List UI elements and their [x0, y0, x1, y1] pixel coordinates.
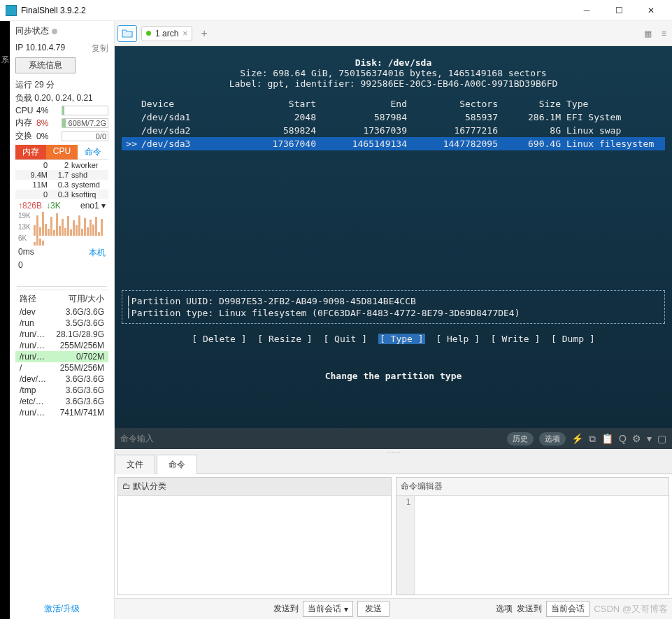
app-title: FinalShell 3.9.2.2: [21, 6, 577, 15]
disk-row[interactable]: /etc/…3.6G/3.6G: [15, 396, 108, 407]
send-to-label2: 发送到: [517, 603, 542, 615]
ping-latency: 0: [15, 260, 108, 270]
partition-info-box: │Partition UUID: D9987E53-2FB2-AB49-9098…: [122, 290, 665, 324]
swap-row: 交换 0% 0/0: [15, 130, 108, 142]
close-tab-icon[interactable]: ×: [183, 29, 187, 38]
col-path: 路径: [20, 293, 36, 305]
col-sectors: Sectors: [407, 99, 498, 109]
ping-value: 0ms: [18, 247, 34, 259]
spark-l2: 6K: [18, 234, 27, 242]
tab-file[interactable]: 文件: [115, 455, 155, 474]
editor-title: 命令编辑器: [396, 478, 669, 496]
partition-row[interactable]: /dev/sda12048587984585937286.1MEFI Syste…: [122, 111, 665, 124]
menu-dump[interactable]: [ Dump ]: [551, 334, 595, 344]
process-row[interactable]: 9.4M1.7sshd: [15, 170, 108, 180]
gear-icon[interactable]: ⚙: [632, 433, 641, 444]
tab-cpu[interactable]: CPU: [46, 145, 77, 159]
sync-dot-icon: [52, 29, 57, 34]
partition-type: │Partition type: Linux filesystem (0FC63…: [122, 307, 665, 319]
close-button[interactable]: ✕: [641, 3, 661, 17]
process-row[interactable]: 02kworker: [15, 160, 108, 170]
cpu-label: CPU: [15, 106, 34, 115]
options-label[interactable]: 选项: [496, 603, 513, 615]
disk-table: /dev3.6G/3.6G/run3.5G/3.6G/run/…28.1G/28…: [15, 306, 108, 418]
tab-mem[interactable]: 内存: [15, 145, 46, 159]
cfdisk-hint: Change the partition type: [122, 371, 665, 381]
mem-text: 608M/7.2G: [69, 119, 106, 127]
cpu-bar: [62, 106, 108, 115]
sync-label: 同步状态: [15, 25, 49, 37]
menu-help[interactable]: [ Help ]: [436, 334, 480, 344]
activate-link[interactable]: 激活/升级: [10, 599, 114, 619]
session-select-2[interactable]: 当前会话: [546, 601, 589, 617]
system-info-button[interactable]: 系统信息: [15, 57, 76, 73]
command-bar: 命令输入 历史 选项 ⚡ ⧉ 📋 Q ⚙ ▾ ▢: [115, 428, 672, 449]
minimize-button[interactable]: ─: [577, 3, 596, 17]
disk-row[interactable]: /run/…741M/741M: [15, 407, 108, 418]
maximize-button[interactable]: ☐: [609, 3, 629, 17]
net-up: ↑826B: [18, 201, 42, 211]
bottom-tabs: 文件 命令: [115, 455, 672, 474]
disk-row[interactable]: /tmp3.6G/3.6G: [15, 385, 108, 396]
copy-ip-link[interactable]: 复制: [92, 43, 108, 55]
fullscreen-icon[interactable]: ▢: [657, 433, 666, 444]
session-tab[interactable]: 1 arch ×: [141, 26, 192, 41]
spark-l0: 19K: [18, 212, 31, 220]
tab-cmd[interactable]: 命令: [78, 145, 108, 159]
process-row[interactable]: 11M0.3systemd: [15, 180, 108, 190]
grid-view-icon[interactable]: ▦: [641, 29, 655, 38]
net-down: ↓3K: [46, 201, 61, 211]
editor-area[interactable]: [415, 496, 669, 595]
swap-text: 0/0: [96, 132, 106, 141]
ping-host[interactable]: 本机: [89, 247, 106, 259]
disk-row[interactable]: /run3.5G/3.6G: [15, 318, 108, 329]
add-tab-button[interactable]: +: [196, 27, 211, 40]
menu-write[interactable]: [ Write ]: [491, 334, 540, 344]
partition-row[interactable]: >>/dev/sda317367040146514913414477820956…: [122, 137, 665, 150]
menu-type[interactable]: [ Type ]: [378, 334, 425, 344]
menu-quit[interactable]: [ Quit ]: [323, 334, 367, 344]
net-iface[interactable]: eno1 ▾: [65, 201, 106, 211]
terminal[interactable]: Disk: /dev/sda Size: 698.64 GiB, 7501563…: [115, 46, 672, 428]
disk-row[interactable]: /run/…0/702M: [15, 351, 108, 362]
menu-delete[interactable]: [ Delete ]: [192, 334, 246, 344]
category-pane: 🗀 默认分类: [117, 477, 392, 595]
list-view-icon[interactable]: ≡: [659, 29, 669, 38]
uptime-text: 运行 29 分: [15, 79, 108, 91]
default-category[interactable]: 🗀 默认分类: [118, 478, 391, 496]
search-icon[interactable]: Q: [619, 433, 627, 444]
window-controls: ─ ☐ ✕: [577, 3, 661, 17]
disk-row[interactable]: /255M/256M: [15, 362, 108, 373]
process-row[interactable]: 00.3ksoftirq: [15, 190, 108, 199]
ping-sparkline: [17, 270, 107, 287]
tab-command[interactable]: 命令: [157, 455, 197, 474]
cfdisk-menu[interactable]: [ Delete ] [ Resize ] [ Quit ] [ Type ] …: [122, 334, 665, 344]
send-button[interactable]: 发送: [357, 601, 389, 617]
history-button[interactable]: 历史: [507, 432, 534, 446]
col-start: Start: [225, 99, 316, 109]
menu-resize[interactable]: [ Resize ]: [257, 334, 312, 344]
disk-row[interactable]: /run/…255M/256M: [15, 340, 108, 351]
ip-label: IP 10.10.4.79: [15, 43, 65, 55]
disk-row[interactable]: /dev3.6G/3.6G: [15, 306, 108, 318]
command-input[interactable]: 命令输入: [120, 433, 501, 445]
process-table: 02kworker9.4M1.7sshd11M0.3systemd00.3kso…: [15, 160, 108, 199]
bolt-icon[interactable]: ⚡: [571, 433, 583, 444]
splitter[interactable]: ⋯⋯: [115, 449, 672, 455]
col-type: Type: [561, 99, 665, 109]
paste-icon[interactable]: 📋: [601, 433, 613, 444]
line-gutter: 1: [396, 496, 415, 595]
disk-row[interactable]: /run/…28.1G/28.9G: [15, 329, 108, 340]
swap-pct: 0%: [36, 131, 59, 141]
open-folder-button[interactable]: [117, 25, 137, 42]
options-button[interactable]: 选项: [539, 432, 566, 446]
disk-row[interactable]: /dev/…3.6G/3.6G: [15, 373, 108, 385]
session-select[interactable]: 当前会话 ▾: [303, 601, 353, 617]
disk-header: Disk: /dev/sda: [122, 57, 665, 68]
vertical-rail: 系: [0, 21, 10, 619]
copy-icon[interactable]: ⧉: [589, 433, 596, 445]
partition-row[interactable]: /dev/sda258982417367039167772168GLinux s…: [122, 124, 665, 137]
chevron-down-icon[interactable]: ▾: [647, 433, 652, 444]
swap-bar: 0/0: [62, 131, 108, 141]
app-icon: [6, 5, 17, 16]
